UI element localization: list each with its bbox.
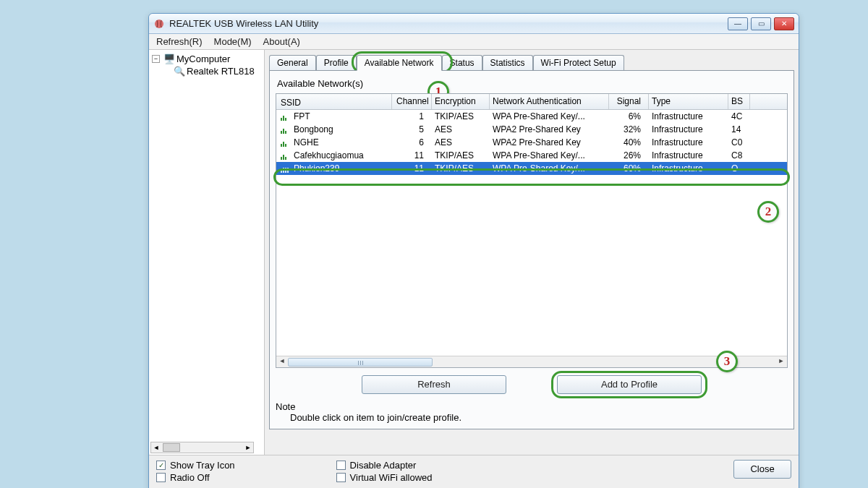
- check-label: Radio Off: [170, 472, 210, 483]
- cell-type: Infrastructure: [649, 111, 728, 121]
- signal-icon: [281, 112, 291, 121]
- cell-bss: 14: [728, 124, 750, 134]
- cell-signal: 40%: [609, 137, 649, 147]
- col-bssid[interactable]: BS: [728, 94, 750, 109]
- cell-enc: TKIP/AES: [432, 150, 490, 160]
- grid-scrollbar[interactable]: ◄ ►: [276, 356, 787, 367]
- tab-pane: Available Network(s) 1 SSID Channel Encr…: [269, 70, 794, 429]
- cell-type: Infrastructure: [649, 137, 728, 147]
- menu-about[interactable]: About(A): [259, 35, 305, 48]
- menu-refresh[interactable]: Refresh(R): [152, 35, 207, 48]
- note-label: Note: [276, 401, 788, 412]
- cell-enc: AES: [432, 137, 490, 147]
- col-encryption[interactable]: Encryption: [432, 94, 490, 109]
- menubar: Refresh(R) Mode(M) About(A): [149, 34, 799, 50]
- col-auth[interactable]: Network Authentication: [490, 94, 609, 109]
- table-row[interactable]: Bongbong 5 AES WPA2 Pre-Shared Key 32% I…: [276, 123, 787, 136]
- tree-adapter-label[interactable]: Realtek RTL818: [187, 66, 255, 77]
- cell-signal: 26%: [609, 150, 649, 160]
- menu-mode[interactable]: Mode(M): [210, 35, 256, 48]
- device-tree[interactable]: − 🖥️ MyComputer 🔍 Realtek RTL818 ◄ ►: [149, 50, 265, 455]
- grid-header-row: SSID Channel Encryption Network Authenti…: [276, 94, 787, 110]
- note-text: Double click on item to join/create prof…: [276, 412, 788, 423]
- table-row[interactable]: NGHE 6 AES WPA2 Pre-Shared Key 40% Infra…: [276, 136, 787, 149]
- col-type[interactable]: Type: [649, 94, 728, 109]
- signal-icon: [281, 138, 291, 147]
- app-icon: [153, 18, 165, 30]
- annotation-badge-2: 2: [757, 201, 779, 223]
- add-to-profile-button[interactable]: Add to Profile: [557, 375, 702, 394]
- cell-signal: 6%: [609, 111, 649, 121]
- minimize-button[interactable]: —: [728, 17, 748, 30]
- cell-auth: WPA2 Pre-Shared Key: [490, 124, 609, 134]
- tree-root-label[interactable]: MyComputer: [176, 53, 230, 64]
- check-radio-off[interactable]: Radio Off: [156, 472, 235, 483]
- bottom-bar: ✓ Show Tray Icon Radio Off Disable Adapt…: [149, 455, 799, 488]
- scroll-left-icon[interactable]: ◄: [151, 444, 161, 451]
- tree-collapse-icon[interactable]: −: [152, 55, 160, 63]
- close-window-button[interactable]: ✕: [774, 17, 794, 30]
- client-area: − 🖥️ MyComputer 🔍 Realtek RTL818 ◄ ► Gen…: [149, 50, 799, 488]
- signal-icon: [281, 164, 291, 173]
- scroll-right-icon[interactable]: ►: [243, 444, 253, 451]
- cell-bss: 4C: [728, 111, 750, 121]
- checkbox-icon: [156, 473, 166, 482]
- tab-available-network[interactable]: Available Network: [357, 55, 442, 71]
- tree-scrollbar[interactable]: ◄ ►: [150, 442, 254, 453]
- scroll-left-icon[interactable]: ◄: [276, 357, 288, 367]
- cell-enc: TKIP/AES: [432, 111, 490, 121]
- cell-signal: 60%: [609, 163, 649, 174]
- svg-point-0: [155, 20, 163, 28]
- cell-channel: 5: [392, 124, 432, 134]
- table-row[interactable]: Cafekhucgiaomua 11 TKIP/AES WPA Pre-Shar…: [276, 149, 787, 162]
- network-grid[interactable]: SSID Channel Encryption Network Authenti…: [276, 93, 788, 368]
- annotation-badge-3: 3: [716, 351, 738, 372]
- col-channel[interactable]: Channel: [392, 94, 432, 109]
- cell-bss: O: [728, 163, 750, 174]
- cell-ssid: NGHE: [294, 137, 319, 147]
- tab-statistics[interactable]: Statistics: [482, 55, 533, 71]
- cell-type: Infrastructure: [649, 150, 728, 160]
- signal-icon: [281, 151, 291, 160]
- cell-auth: WPA Pre-Shared Key/...: [490, 111, 609, 121]
- cell-channel: 11: [392, 163, 432, 174]
- cell-signal: 32%: [609, 124, 649, 134]
- cell-bss: C8: [728, 150, 750, 160]
- scroll-thumb[interactable]: [163, 443, 180, 452]
- cell-auth: WPA Pre-Shared Key/...: [490, 163, 609, 174]
- tab-general[interactable]: General: [269, 55, 316, 71]
- col-signal[interactable]: Signal: [609, 94, 649, 109]
- computer-icon: 🖥️: [163, 53, 175, 64]
- tab-status[interactable]: Status: [442, 55, 482, 71]
- cell-type: Infrastructure: [649, 163, 728, 174]
- checkbox-icon: ✓: [156, 461, 166, 470]
- col-ssid[interactable]: SSID: [276, 94, 392, 109]
- window-title: REALTEK USB Wireless LAN Utility: [169, 18, 728, 29]
- check-label: Virtual WiFi allowed: [350, 472, 433, 483]
- titlebar[interactable]: REALTEK USB Wireless LAN Utility — ▭ ✕: [149, 14, 799, 34]
- cell-ssid: Bongbong: [294, 124, 333, 134]
- check-virtual-wifi[interactable]: Virtual WiFi allowed: [336, 472, 433, 483]
- cell-channel: 6: [392, 137, 432, 147]
- maximize-button[interactable]: ▭: [751, 17, 771, 30]
- scroll-thumb[interactable]: [288, 358, 433, 367]
- close-button[interactable]: Close: [733, 460, 791, 479]
- check-disable-adapter[interactable]: Disable Adapter: [336, 460, 433, 471]
- refresh-button[interactable]: Refresh: [362, 375, 506, 394]
- cell-enc: TKIP/AES: [432, 163, 490, 174]
- signal-icon: [281, 125, 291, 134]
- checkbox-icon: [336, 473, 346, 482]
- pane-title: Available Network(s): [277, 78, 788, 89]
- cell-channel: 11: [392, 150, 432, 160]
- cell-ssid: FPT: [294, 111, 310, 121]
- cell-ssid: Cafekhucgiaomua: [294, 150, 364, 160]
- cell-channel: 1: [392, 111, 432, 121]
- table-row-selected[interactable]: Phukien239 11 TKIP/AES WPA Pre-Shared Ke…: [276, 162, 787, 175]
- tab-profile[interactable]: Profile: [316, 55, 357, 71]
- scroll-right-icon[interactable]: ►: [775, 357, 787, 367]
- check-show-tray[interactable]: ✓ Show Tray Icon: [156, 460, 235, 471]
- cell-bss: C0: [728, 137, 750, 147]
- tab-wps[interactable]: Wi-Fi Protect Setup: [533, 55, 624, 71]
- table-row[interactable]: FPT 1 TKIP/AES WPA Pre-Shared Key/... 6%…: [276, 110, 787, 123]
- cell-auth: WPA Pre-Shared Key/...: [490, 150, 609, 160]
